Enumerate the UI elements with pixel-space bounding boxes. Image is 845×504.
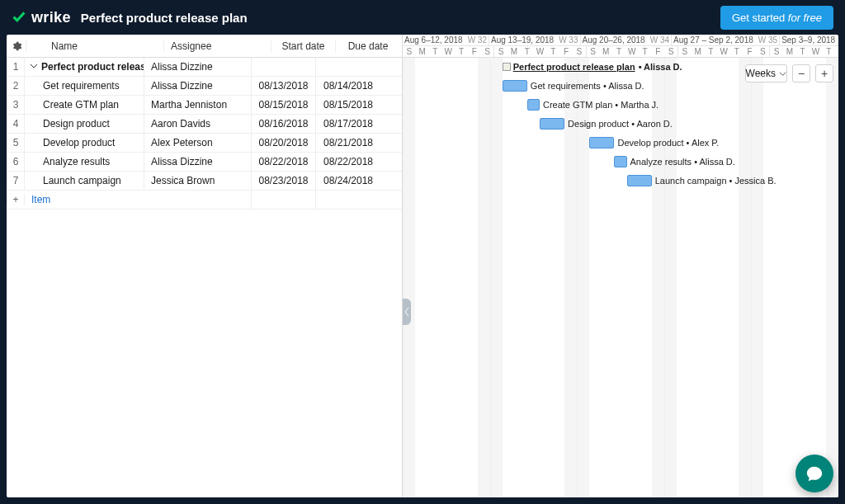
day-letter: S (481, 46, 494, 58)
zoom-in-button[interactable]: + (815, 64, 833, 82)
week-header: Sep 3–9, 2018W 36 (780, 35, 838, 45)
day-letter: T (521, 46, 534, 58)
task-due-date[interactable] (316, 58, 380, 76)
gantt-bar[interactable] (614, 156, 626, 167)
task-start-date[interactable] (252, 58, 316, 76)
summary-label: Perfect product release plan (513, 62, 635, 72)
task-due-date[interactable]: 08/15/2018 (316, 96, 380, 114)
rownum: 2 (7, 77, 25, 95)
day-letter: M (599, 46, 612, 58)
task-name[interactable]: Perfect product releas... (25, 58, 144, 76)
task-start-date[interactable]: 08/22/2018 (252, 153, 316, 171)
task-assignee[interactable]: Jessica Brown (144, 172, 252, 190)
gantt-bar[interactable] (527, 99, 540, 111)
gantt-timeline[interactable]: Perfect product release plan • Alissa D.… (403, 58, 838, 497)
gear-icon (11, 40, 22, 52)
day-letter: S (587, 46, 600, 58)
col-assignee[interactable]: Assignee (164, 40, 271, 52)
task-due-date[interactable]: 08/22/2018 (316, 153, 380, 171)
rownum: 7 (7, 172, 25, 190)
day-letter: W (534, 46, 547, 58)
gantt-bar[interactable] (627, 175, 652, 186)
gantt-bar[interactable] (503, 80, 527, 92)
day-letter: W (441, 46, 455, 58)
task-start-date[interactable]: 08/20/2018 (252, 134, 316, 152)
task-name[interactable]: Analyze results (25, 153, 144, 171)
view-controls: Weeks − + (745, 64, 833, 82)
day-letter: M (507, 46, 521, 58)
gantt-bar-label: Analyze results • Alissa D. (630, 156, 735, 167)
task-assignee[interactable]: Alex Peterson (144, 134, 252, 152)
settings-button[interactable] (7, 40, 26, 52)
topbar: wrike Perfect product release plan Get s… (0, 0, 845, 35)
col-start-date[interactable]: Start date (271, 40, 336, 52)
gantt-bar[interactable] (540, 118, 564, 130)
task-due-date[interactable]: 08/17/2018 (316, 115, 380, 133)
task-row[interactable]: 2Get requirementsAlissa Dizzine08/13/201… (7, 77, 402, 96)
chat-icon (805, 464, 824, 483)
task-due-date[interactable]: 08/14/2018 (316, 77, 380, 95)
day-letter: W (625, 46, 639, 58)
day-letter: S (573, 46, 586, 58)
task-assignee[interactable]: Martha Jenniston (144, 96, 252, 114)
day-letter: S (494, 46, 507, 58)
task-name[interactable]: Create GTM plan (25, 96, 144, 114)
task-start-date[interactable]: 08/23/2018 (252, 172, 316, 190)
task-start-date[interactable]: 08/16/2018 (252, 115, 316, 133)
task-row[interactable]: 5Develop productAlex Peterson08/20/20180… (7, 134, 402, 153)
task-name[interactable]: Design product (25, 115, 144, 133)
week-header: Aug 6–12, 2018W 32 (403, 35, 489, 45)
wrike-logo-icon (12, 10, 26, 25)
task-due-date[interactable]: 08/24/2018 (316, 172, 380, 190)
day-letter: M (783, 46, 796, 58)
task-name[interactable]: Launch campaign (25, 172, 144, 190)
task-assignee[interactable]: Aaron Davids (144, 115, 252, 133)
day-letter: W (717, 46, 730, 58)
gantt-summary-bar[interactable]: Perfect product release plan • Alissa D. (503, 61, 682, 73)
day-letter: S (770, 46, 783, 58)
gantt-bar[interactable] (589, 137, 614, 148)
day-letter: T (546, 46, 559, 58)
task-row[interactable]: 6Analyze resultsAlissa Dizzine08/22/2018… (7, 153, 402, 172)
gantt-bar-label: Design product • Aaron D. (568, 118, 673, 130)
task-due-date[interactable]: 08/21/2018 (316, 134, 380, 152)
task-assignee[interactable]: Alissa Dizzine (144, 77, 252, 95)
gantt-bar-label: Develop product • Alex P. (617, 137, 719, 148)
empty-cell (316, 191, 380, 209)
task-assignee[interactable]: Alissa Dizzine (144, 153, 252, 171)
day-letter: T (796, 46, 810, 58)
day-letter: T (639, 46, 652, 58)
task-assignee[interactable]: Alissa Dizzine (144, 58, 252, 76)
zoom-out-button[interactable]: − (792, 64, 810, 82)
day-letter: T (612, 46, 625, 58)
brand-logo[interactable]: wrike (12, 9, 71, 26)
day-letter: F (651, 46, 664, 58)
rownum: 5 (7, 134, 25, 152)
page-title: Perfect product release plan (81, 11, 248, 25)
day-letter: F (559, 46, 573, 58)
add-item-row[interactable]: +Item (7, 191, 402, 210)
day-letter: S (664, 46, 677, 58)
day-letter: S (757, 46, 770, 58)
task-row[interactable]: 1Perfect product releas...Alissa Dizzine (7, 58, 402, 77)
task-name[interactable]: Get requirements (25, 77, 144, 95)
col-name[interactable]: Name (45, 40, 164, 52)
task-name[interactable]: Develop product (25, 134, 144, 152)
summary-icon (503, 63, 511, 71)
empty-cell (252, 191, 316, 209)
gantt-bar-label: Create GTM plan • Martha J. (543, 99, 659, 111)
task-row[interactable]: 4Design productAaron Davids08/16/201808/… (7, 115, 402, 134)
chat-button[interactable] (795, 455, 833, 492)
col-due-date[interactable]: Due date (336, 40, 400, 52)
task-row[interactable]: 7Launch campaignJessica Brown08/23/20180… (7, 172, 402, 191)
task-row[interactable]: 3Create GTM planMartha Jenniston08/15/20… (7, 96, 402, 115)
collapse-handle[interactable] (403, 299, 411, 325)
gantt-bar-label: Get requirements • Alissa D. (531, 80, 644, 92)
scale-dropdown[interactable]: Weeks (745, 64, 787, 82)
day-letter: M (692, 46, 705, 58)
chevron-down-icon[interactable] (30, 61, 38, 73)
task-start-date[interactable]: 08/15/2018 (252, 96, 316, 114)
task-start-date[interactable]: 08/13/2018 (252, 77, 316, 95)
empty-cell (144, 191, 252, 209)
cta-get-started[interactable]: Get started for free (720, 6, 833, 30)
